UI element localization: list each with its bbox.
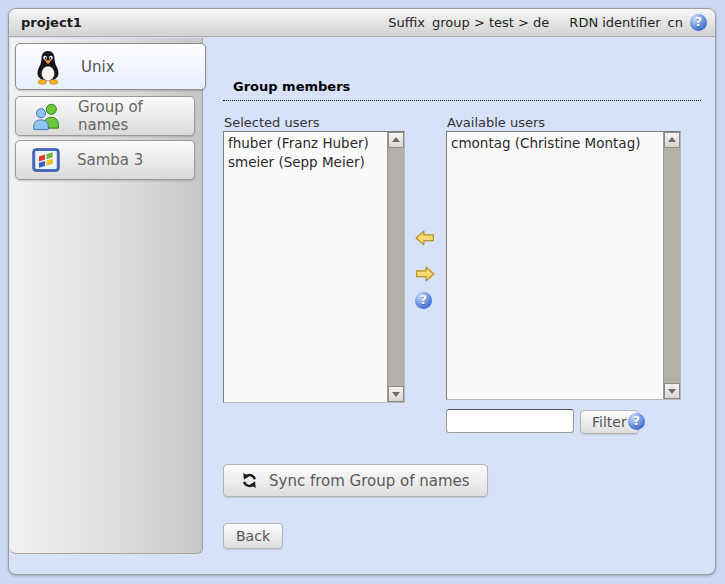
triangle-up-icon	[392, 137, 400, 142]
tab-unix-label: Unix	[81, 58, 115, 76]
sidebar: Unix Group of names	[10, 38, 203, 554]
available-users-listbox[interactable]: cmontag (Christine Montag)	[446, 131, 681, 400]
selected-users-label: Selected users	[224, 115, 320, 130]
list-item[interactable]: smeier (Sepp Meier)	[228, 153, 386, 172]
sync-from-group-of-names-button[interactable]: Sync from Group of names	[223, 464, 488, 497]
tab-group-of-names[interactable]: Group of names	[15, 96, 195, 136]
available-users-scrollbar[interactable]	[663, 132, 680, 399]
tab-unix[interactable]: Unix	[15, 43, 206, 90]
scroll-down-button[interactable]	[388, 386, 404, 402]
sync-icon	[241, 472, 258, 489]
filter-input[interactable]	[446, 409, 574, 433]
tab-samba3-label: Samba 3	[77, 151, 143, 169]
rdn-identifier-label: RDN identifier	[569, 15, 660, 30]
back-button[interactable]: Back	[223, 523, 283, 549]
group-icon	[31, 101, 62, 132]
suffix-value: group > test > de	[432, 15, 549, 30]
triangle-up-icon	[668, 137, 676, 142]
rdn-identifier-value: cn	[668, 15, 683, 30]
move-right-button[interactable]	[414, 266, 436, 283]
selected-users-options: fhuber (Franz Huber)smeier (Sepp Meier)	[225, 133, 386, 401]
tab-group-of-names-label: Group of names	[78, 98, 194, 134]
group-members-heading: Group members	[223, 79, 701, 101]
scroll-up-button[interactable]	[664, 132, 680, 148]
window: project1 Suffix group > test > de RDN id…	[8, 8, 716, 575]
selected-users-scrollbar[interactable]	[387, 132, 404, 402]
triangle-down-icon	[392, 392, 400, 397]
tux-icon	[31, 49, 65, 85]
list-item[interactable]: cmontag (Christine Montag)	[451, 134, 662, 153]
triangle-down-icon	[668, 389, 676, 394]
title-bar: project1 Suffix group > test > de RDN id…	[9, 9, 715, 37]
title-bar-right: Suffix group > test > de RDN identifier …	[388, 14, 715, 31]
arrow-right-icon	[415, 266, 435, 282]
samba-icon	[31, 145, 61, 175]
list-item[interactable]: fhuber (Franz Huber)	[228, 134, 386, 153]
available-users-label: Available users	[447, 115, 545, 130]
help-icon[interactable]: ?	[690, 14, 707, 31]
page-title: project1	[9, 15, 82, 30]
arrow-left-icon	[415, 230, 435, 246]
suffix-label: Suffix	[388, 15, 425, 30]
help-icon[interactable]: ?	[628, 413, 645, 430]
help-icon[interactable]: ?	[415, 292, 432, 309]
tab-samba3[interactable]: Samba 3	[15, 140, 195, 180]
sync-button-label: Sync from Group of names	[269, 472, 470, 490]
selected-users-listbox[interactable]: fhuber (Franz Huber)smeier (Sepp Meier)	[223, 131, 405, 403]
scroll-down-button[interactable]	[664, 383, 680, 399]
scroll-up-button[interactable]	[388, 132, 404, 148]
available-users-options: cmontag (Christine Montag)	[448, 133, 662, 398]
move-left-button[interactable]	[414, 230, 436, 247]
